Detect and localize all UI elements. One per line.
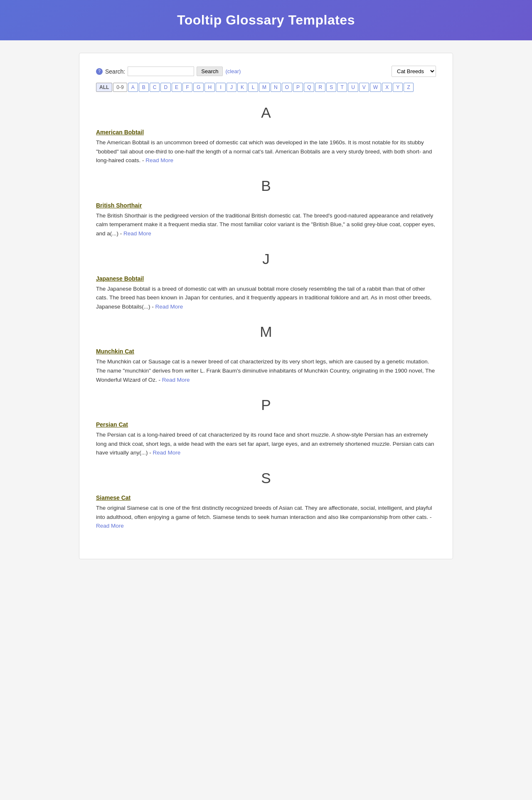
read-more-link[interactable]: Read More xyxy=(145,157,173,163)
entry-title[interactable]: Japanese Bobtail xyxy=(96,275,144,282)
alpha-btn-b[interactable]: B xyxy=(139,83,149,92)
alpha-btn-p[interactable]: P xyxy=(293,83,303,92)
entry-title[interactable]: Persian Cat xyxy=(96,421,128,428)
entry-title[interactable]: Munchkin Cat xyxy=(96,348,134,355)
glossary-entry: Persian CatThe Persian cat is a long-hai… xyxy=(96,421,436,457)
section-letter-m: M xyxy=(96,323,436,340)
alpha-btn-u[interactable]: U xyxy=(348,83,358,92)
alpha-btn-l[interactable]: L xyxy=(248,83,258,92)
alpha-btn-g[interactable]: G xyxy=(193,83,204,92)
alpha-btn-o[interactable]: O xyxy=(282,83,292,92)
entry-description: The American Bobtail is an uncommon bree… xyxy=(96,138,436,165)
entry-title[interactable]: American Bobtail xyxy=(96,129,144,136)
section-letter-j: J xyxy=(96,251,436,267)
glossary-entry: British ShorthairThe British Shorthair i… xyxy=(96,202,436,238)
alpha-btn-f[interactable]: F xyxy=(182,83,192,92)
section-letter-s: S xyxy=(96,470,436,486)
search-left: ? Search: Search (clear) xyxy=(96,67,241,76)
entry-description: The Persian cat is a long-haired breed o… xyxy=(96,430,436,457)
entry-title[interactable]: Siamese Cat xyxy=(96,494,131,501)
page-header: Tooltip Glossary Templates xyxy=(0,0,532,40)
alpha-btn-s[interactable]: S xyxy=(326,83,336,92)
read-more-link[interactable]: Read More xyxy=(123,230,151,237)
section-letter-b: B xyxy=(96,178,436,194)
alpha-btn-k[interactable]: K xyxy=(237,83,247,92)
alpha-btn-j[interactable]: J xyxy=(227,83,236,92)
read-more-link[interactable]: Read More xyxy=(155,304,183,310)
alpha-btn-n[interactable]: N xyxy=(271,83,281,92)
glossary-sections: AAmerican BobtailThe American Bobtail is… xyxy=(96,104,436,531)
alpha-bar: ALL0-9ABCDEFGHIJKLMNOPQRSTUVWXYZ xyxy=(96,83,436,92)
entry-title[interactable]: British Shorthair xyxy=(96,202,142,209)
search-button[interactable]: Search xyxy=(197,67,223,76)
section-letter-a: A xyxy=(96,104,436,121)
glossary-entry: American BobtailThe American Bobtail is … xyxy=(96,128,436,165)
alpha-btn-x[interactable]: X xyxy=(382,83,392,92)
alpha-btn-r[interactable]: R xyxy=(315,83,325,92)
alpha-btn-e[interactable]: E xyxy=(172,83,182,92)
glossary-entry: Japanese BobtailThe Japanese Bobtail is … xyxy=(96,275,436,311)
alpha-btn-h[interactable]: H xyxy=(204,83,215,92)
entry-description: The Munchkin cat or Sausage cat is a new… xyxy=(96,357,436,384)
search-input[interactable] xyxy=(128,67,194,76)
search-label: Search: xyxy=(105,68,125,75)
help-icon[interactable]: ? xyxy=(96,68,103,75)
glossary-entry: Siamese CatThe original Siamese cat is o… xyxy=(96,494,436,531)
alpha-btn-m[interactable]: M xyxy=(259,83,270,92)
alpha-btn-y[interactable]: Y xyxy=(393,83,403,92)
entry-description: The Japanese Bobtail is a breed of domes… xyxy=(96,284,436,311)
alpha-btn-09[interactable]: 0-9 xyxy=(113,83,127,92)
alpha-btn-a[interactable]: A xyxy=(128,83,138,92)
page-title: Tooltip Glossary Templates xyxy=(8,12,524,28)
dropdown-wrapper: Cat Breeds Dog Breeds All xyxy=(392,66,436,77)
entry-description: The original Siamese cat is one of the f… xyxy=(96,504,436,531)
read-more-link[interactable]: Read More xyxy=(96,523,124,529)
alpha-btn-t[interactable]: T xyxy=(337,83,347,92)
main-container: ? Search: Search (clear) Cat Breeds Dog … xyxy=(79,53,453,559)
alpha-btn-i[interactable]: I xyxy=(216,83,226,92)
alpha-btn-d[interactable]: D xyxy=(160,83,171,92)
alpha-btn-v[interactable]: V xyxy=(359,83,369,92)
glossary-entry: Munchkin CatThe Munchkin cat or Sausage … xyxy=(96,348,436,384)
clear-link[interactable]: (clear) xyxy=(225,68,241,74)
read-more-link[interactable]: Read More xyxy=(162,377,190,383)
entry-description: The British Shorthair is the pedigreed v… xyxy=(96,211,436,238)
alpha-btn-all[interactable]: ALL xyxy=(96,83,112,92)
section-letter-p: P xyxy=(96,397,436,413)
search-bar: ? Search: Search (clear) Cat Breeds Dog … xyxy=(96,66,436,77)
alpha-btn-c[interactable]: C xyxy=(150,83,160,92)
alpha-btn-w[interactable]: W xyxy=(370,83,381,92)
alpha-btn-q[interactable]: Q xyxy=(304,83,314,92)
category-select[interactable]: Cat Breeds Dog Breeds All xyxy=(392,66,436,77)
read-more-link[interactable]: Read More xyxy=(153,449,181,456)
alpha-btn-z[interactable]: Z xyxy=(404,83,414,92)
